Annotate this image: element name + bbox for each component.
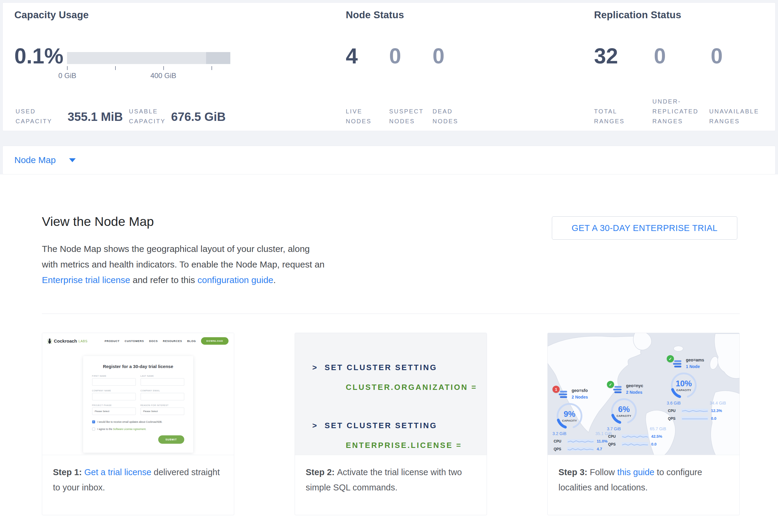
node-count: 1 Node [686,364,700,369]
node-marker-ams: ✓ geo=ams 1 Node 10% CAPACITY 3.6 GiB34.… [667,355,729,424]
node-count: 2 Nodes [571,395,588,399]
checkbox-label: I would like to receive email updates ab… [97,421,162,424]
step1-card: Cockroach LABS PRODUCT CUSTOMERS DOCS RE… [42,333,234,515]
capacity-label: CAPACITY [611,414,637,417]
project-phase-select: Please Select [92,407,136,415]
cpu-sparkline [567,439,594,443]
nav-item: RESOURCES [163,339,182,343]
trial-registration-form: Register for a 30-day trial license FIRS… [83,356,193,453]
locality-name: geo=ams [686,358,704,362]
axis-tick [67,66,68,70]
cpu-sparkline [681,409,708,412]
qps-label: QPS [608,442,619,446]
sql-set-cluster-setting-1: >SET CLUSTER SETTING [312,363,437,372]
select-value: Please Select [95,410,109,412]
axis-tick [212,66,212,70]
sql-enterprise-license: ENTERPRISE.LICENSE = [346,441,462,450]
cpu-value: 12.3% [711,408,722,413]
label-line: UNDER- [652,98,681,105]
label-text: I agree to the [97,428,113,431]
get-enterprise-trial-button[interactable]: GET A 30-DAY ENTERPRISE TRIAL [552,216,737,240]
this-guide-link[interactable]: this guide [617,467,654,477]
node-map-preview: 1 geo=sfo 2 Nodes 9% CAPACITY 3.2 GiB35.… [548,333,740,455]
select-value: Please Select [143,410,158,412]
step-text: Follow [590,467,617,477]
nav-item: CUSTOMERS [125,339,144,343]
description-text: and refer to this [130,275,198,285]
label-line: DEAD [433,108,453,115]
field-label: LAST NAME [141,375,184,377]
capacity-percent: 10% [670,379,697,388]
license-agreement-checkbox-row: I agree to the Software License Agreemen… [92,428,184,431]
database-stack-icon [613,386,623,394]
usable-capacity-value: 676.5 GiB [171,109,226,124]
unavailable-ranges-label: UNAVAILABLERANGES [709,106,759,126]
qps-label: QPS [668,416,679,421]
get-trial-license-link[interactable]: Get a trial license [84,467,151,477]
label-line: CAPACITY [15,118,52,125]
axis-tick [115,66,116,70]
checkbox-unchecked-icon [92,428,95,431]
label-line: REPLICATED [652,108,698,115]
sql-commands-pane: >SET CLUSTER SETTING CLUSTER.ORGANIZATIO… [295,333,487,455]
live-nodes-count: 4 [346,44,358,68]
capacity-percent: 6% [611,405,637,414]
node-map-dropdown[interactable]: Node Map [2,146,776,174]
node-map-description: The Node Map shows the geographical layo… [42,241,327,288]
field-label: COMPANY NAME [92,390,136,392]
label-line: RANGES [652,118,683,125]
label-line: NODES [346,118,372,125]
qps-value: 4.7 [597,447,602,451]
field-label: FIRST NAME [92,375,136,377]
sql-command: SET CLUSTER SETTING [324,363,437,372]
sql-cluster-organization: CLUSTER.ORGANIZATION = [346,383,477,392]
capacity-usage-title: Capacity Usage [14,9,89,21]
used-capacity-value: 355.1 MiB [68,109,123,124]
cockroach-labs-logo: Cockroach LABS [47,338,88,344]
node-map-dropdown-label: Node Map [14,155,56,165]
used-capacity-label: USEDCAPACITY [15,106,52,126]
sql-prompt: > [312,421,318,430]
configuration-guide-link[interactable]: configuration guide [198,275,274,285]
form-title: Register for a 30-day trial license [92,364,184,369]
capacity-label: CAPACITY [556,419,583,422]
label-line: SUSPECT [389,108,423,115]
brand-name: Cockroach [54,338,77,344]
cluster-summary-card: Capacity Usage 0.1% 0 GiB 400 GiB USEDCA… [2,2,776,131]
unavailable-count: 0 [711,44,723,68]
database-stack-icon [558,391,569,399]
replication-status-title: Replication Status [594,9,681,21]
locality-name: geo=sfo [571,388,588,393]
label-line: UNAVAILABLE [709,108,759,115]
under-replicated-count: 0 [654,44,666,68]
reason-select: Please Select [141,407,184,415]
first-name-field [92,378,136,386]
enterprise-trial-license-link[interactable]: Enterprise trial license [42,275,130,285]
locality-name: geo=nyc [626,383,643,388]
sql-prompt: > [312,363,318,372]
qps-label: QPS [554,447,564,451]
nav-item: DOCS [149,339,158,343]
step3-card: 1 geo=sfo 2 Nodes 9% CAPACITY 3.2 GiB35.… [547,333,740,515]
cpu-label: CPU [608,435,619,439]
cockroach-icon [47,338,52,344]
suspect-nodes-count: 0 [389,44,401,68]
capacity-percent: 9% [556,409,583,419]
label-line: RANGES [594,118,625,125]
total-gib: 65.7 GiB [650,427,666,431]
label-line: USABLE [129,108,158,115]
description-text: . [274,275,276,285]
cpu-label: CPU [668,409,679,413]
sql-set-cluster-setting-2: >SET CLUSTER SETTING [312,421,437,430]
qps-sparkline [567,447,594,451]
company-name-field [92,393,136,400]
label-line: RANGES [709,118,740,125]
registration-screenshot: Cockroach LABS PRODUCT CUSTOMERS DOCS RE… [42,333,234,455]
suspect-nodes-label: SUSPECTNODES [389,106,423,126]
chevron-down-icon [69,158,76,162]
submit-button: SUBMIT [158,435,184,444]
used-gib: 3.2 GiB [552,431,566,436]
label-line: NODES [389,118,415,125]
cockroachdb-overview-page: Capacity Usage 0.1% 0 GiB 400 GiB USEDCA… [0,0,778,532]
step-number: Step 1: [53,467,84,477]
